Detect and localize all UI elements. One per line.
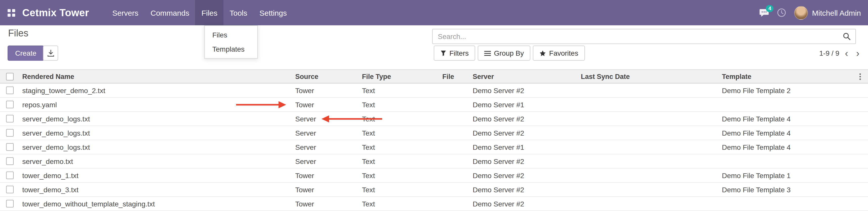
table-body: staging_tower_demo_2.txt Tower Text Demo… [0, 84, 868, 211]
pager-next-button[interactable]: › [854, 48, 862, 58]
dropdown-item-files[interactable]: Files [205, 28, 257, 42]
export-button[interactable] [43, 46, 58, 61]
group-by-icon [484, 50, 491, 56]
user-name: Mitchell Admin [812, 8, 861, 17]
row-checkbox[interactable] [6, 87, 13, 94]
cell-source: Server [293, 129, 360, 137]
cell-source: Tower [293, 171, 360, 179]
cell-template: Demo File Template 1 [720, 171, 852, 179]
cell-file-type: Text [360, 100, 440, 109]
messages-button[interactable]: 4 [760, 8, 769, 17]
favorites-label: Favorites [549, 49, 578, 57]
cell-rendered-name: tower_demo_3.txt [19, 185, 293, 193]
row-checkbox[interactable] [6, 143, 13, 151]
user-menu[interactable]: Mitchell Admin [795, 6, 861, 20]
row-checkbox[interactable] [6, 157, 13, 165]
cell-template: Demo File Template 4 [720, 143, 852, 151]
table-row[interactable]: tower_demo_1.txt Tower Text Demo Server … [0, 169, 868, 183]
menu-item-files[interactable]: Files [195, 0, 223, 25]
search-input[interactable] [433, 32, 843, 40]
cell-server: Demo Server #2 [471, 171, 579, 179]
page-title: Files [8, 28, 28, 39]
top-navbar: Cetmix Tower Servers Commands Files Tool… [0, 0, 868, 25]
cell-rendered-name: tower_demo_1.txt [19, 171, 293, 179]
table-row[interactable]: staging_tower_demo_2.txt Tower Text Demo… [0, 84, 868, 98]
filters-button[interactable]: Filters [434, 46, 475, 61]
activities-button[interactable] [777, 8, 786, 17]
table-row[interactable]: server_demo_logs.txt Server Text Demo Se… [0, 112, 868, 126]
cell-rendered-name: server_demo.txt [19, 157, 293, 165]
table-row[interactable]: server_demo_logs.txt Server Text Demo Se… [0, 126, 868, 140]
column-header-source[interactable]: Source [293, 72, 360, 80]
cell-file-type: Text [360, 157, 440, 165]
column-header-rendered-name[interactable]: Rendered Name [19, 72, 293, 80]
cell-rendered-name: tower_demo_without_template_staging.txt [19, 200, 293, 208]
table-row[interactable]: tower_demo_3.txt Tower Text Demo Server … [0, 183, 868, 197]
cell-source: Server [293, 115, 360, 123]
group-by-label: Group By [494, 49, 524, 57]
files-list-view: Rendered Name Source File Type File Serv… [0, 69, 868, 211]
cell-file-type: Text [360, 171, 440, 179]
optional-columns-toggle[interactable] [858, 71, 862, 81]
cell-rendered-name: server_demo_logs.txt [19, 129, 293, 137]
search-submit[interactable] [843, 32, 851, 40]
row-checkbox[interactable] [6, 101, 13, 108]
dropdown-item-templates[interactable]: Templates [205, 42, 257, 56]
table-row[interactable]: tower_demo_without_template_staging.txt … [0, 197, 868, 211]
cell-rendered-name: server_demo_logs.txt [19, 115, 293, 123]
pager-range: 1-9 / 9 [819, 49, 839, 57]
column-header-last-sync-date[interactable]: Last Sync Date [579, 72, 720, 80]
select-all-checkbox[interactable] [6, 72, 13, 80]
group-by-button[interactable]: Group By [478, 46, 530, 61]
filters-label: Filters [450, 49, 469, 57]
brand-title[interactable]: Cetmix Tower [22, 7, 89, 19]
table-row[interactable]: repos.yaml Tower Text Demo Server #1 [0, 98, 868, 112]
menu-item-settings[interactable]: Settings [253, 0, 293, 25]
download-icon [47, 49, 54, 57]
cell-server: Demo Server #2 [471, 200, 579, 208]
filter-funnel-icon [440, 50, 446, 56]
user-avatar [795, 6, 808, 20]
table-header-row: Rendered Name Source File Type File Serv… [0, 69, 868, 84]
pager-previous-button[interactable]: ‹ [842, 48, 851, 58]
row-checkbox[interactable] [6, 129, 13, 137]
cell-source: Server [293, 157, 360, 165]
cell-server: Demo Server #2 [471, 115, 579, 123]
cell-template: Demo File Template 2 [720, 86, 852, 94]
cell-file-type: Text [360, 86, 440, 94]
row-checkbox[interactable] [6, 172, 13, 179]
cell-server: Demo Server #2 [471, 129, 579, 137]
apps-grid-icon [7, 9, 15, 17]
menu-item-servers[interactable]: Servers [106, 0, 144, 25]
row-checkbox[interactable] [6, 186, 13, 193]
table-row[interactable]: server_demo.txt Server Text Demo Server … [0, 154, 868, 169]
column-header-file-type[interactable]: File Type [360, 72, 440, 80]
column-header-template[interactable]: Template [720, 72, 852, 80]
row-checkbox[interactable] [6, 115, 13, 122]
cell-server: Demo Server #1 [471, 100, 579, 109]
cell-server: Demo Server #2 [471, 185, 579, 193]
column-header-file[interactable]: File [440, 72, 471, 80]
menu-item-commands[interactable]: Commands [145, 0, 195, 25]
cell-server: Demo Server #2 [471, 86, 579, 94]
cell-file-type: Text [360, 115, 440, 123]
search-icon [843, 32, 851, 40]
apps-menu-button[interactable] [0, 0, 22, 25]
row-checkbox[interactable] [6, 200, 13, 207]
table-row[interactable]: server_demo_logs.txt Server Text Demo Se… [0, 140, 868, 154]
cell-source: Tower [293, 200, 360, 208]
search-bar [432, 29, 856, 44]
cell-rendered-name: staging_tower_demo_2.txt [19, 86, 293, 94]
cell-template: Demo File Template 4 [720, 115, 852, 123]
column-header-server[interactable]: Server [471, 72, 579, 80]
cell-file-type: Text [360, 185, 440, 193]
app-window: Cetmix Tower Servers Commands Files Tool… [0, 0, 868, 211]
cell-rendered-name: repos.yaml [19, 100, 293, 109]
search-options: Filters Group By Favorites [434, 46, 585, 61]
pager: 1-9 / 9 ‹ › [819, 46, 862, 61]
files-dropdown-menu: Files Templates [204, 25, 258, 59]
messages-count-badge: 4 [766, 5, 774, 12]
create-button[interactable]: Create [8, 46, 44, 61]
menu-item-tools[interactable]: Tools [223, 0, 253, 25]
favorites-button[interactable]: Favorites [533, 46, 585, 61]
